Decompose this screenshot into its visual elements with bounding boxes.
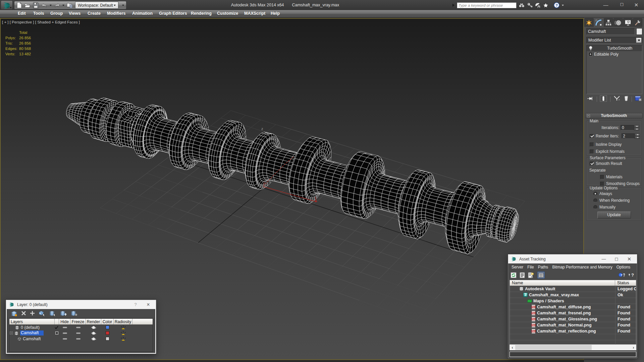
save-file-button[interactable] xyxy=(33,2,39,9)
search-input[interactable] xyxy=(457,2,517,8)
materials-checkbox[interactable] xyxy=(600,175,604,179)
freeze-toggle[interactable] xyxy=(76,327,80,328)
asset-row-maps[interactable]: Maps / Shaders xyxy=(510,298,636,304)
refresh-button[interactable] xyxy=(511,272,517,278)
stack-item-turbosmooth[interactable]: TurboSmooth xyxy=(587,46,642,51)
asset-menu-file[interactable]: File xyxy=(527,265,534,269)
add-selection-to-layer-button[interactable] xyxy=(60,310,67,316)
search-expand-arrow[interactable] xyxy=(452,3,455,7)
redo-button[interactable] xyxy=(54,2,60,9)
layer-dialog-titlebar[interactable]: Layer: 0 (default) ? × xyxy=(6,300,156,309)
manually-radio[interactable] xyxy=(593,205,597,209)
table-view-button-selected[interactable] xyxy=(537,272,545,279)
asset-row-maxfile[interactable]: 3 Camshaft_max_vray.max Ok xyxy=(510,292,636,298)
layer-properties-button[interactable] xyxy=(71,310,78,316)
col-freeze[interactable]: Freeze xyxy=(70,319,86,324)
asset-menu-options[interactable]: Options xyxy=(616,265,630,269)
render-iters-field[interactable]: 2 xyxy=(622,133,635,139)
menu-group[interactable]: Group xyxy=(50,11,63,16)
freeze-toggle[interactable] xyxy=(76,338,80,340)
show-end-result-button[interactable] xyxy=(600,95,607,103)
object-color-swatch[interactable] xyxy=(106,337,109,341)
tab-hierarchy[interactable] xyxy=(604,18,613,27)
col-layers[interactable]: Layers xyxy=(9,319,55,324)
hide-toggle[interactable] xyxy=(63,333,67,334)
asset-col-name[interactable]: Name xyxy=(510,280,615,286)
asset-row-diffuse[interactable]: PNG Camshaft_mat_diffuse.png Found xyxy=(510,304,636,310)
asset-close-button[interactable]: ✕ xyxy=(624,256,634,262)
menu-maxscript[interactable]: MAXScript xyxy=(244,11,265,16)
hide-toggle[interactable] xyxy=(63,338,67,340)
update-button[interactable]: Update xyxy=(597,212,631,219)
render-iters-checkbox[interactable] xyxy=(590,134,594,138)
qat-customize-arrow[interactable] xyxy=(122,5,124,6)
communication-center-icon[interactable] xyxy=(535,2,541,8)
col-radiosity[interactable]: Radiosity xyxy=(114,319,132,324)
configure-modifier-sets-button[interactable] xyxy=(635,96,642,103)
scroll-left-arrow[interactable]: ‹ xyxy=(509,345,515,350)
asset-menu-bitmap-performance[interactable]: Bitmap Performance and Memory xyxy=(552,265,612,269)
freeze-toggle[interactable] xyxy=(76,333,80,334)
favorites-star-icon[interactable] xyxy=(543,2,549,8)
list-view-button[interactable] xyxy=(520,272,525,278)
tab-utilities[interactable] xyxy=(633,18,642,27)
asset-row-glossines[interactable]: PNG Camshaft_mat_Glossines.png Found xyxy=(510,316,636,322)
menu-edit[interactable]: Edit xyxy=(18,11,26,16)
col-color[interactable]: Color xyxy=(101,319,114,324)
smooth-result-checkbox[interactable] xyxy=(590,162,594,166)
asset-hscrollbar[interactable]: ‹ › xyxy=(509,345,636,350)
menu-help[interactable]: Help xyxy=(271,11,280,16)
scroll-right-arrow[interactable]: › xyxy=(631,345,636,350)
redo-list-arrow[interactable] xyxy=(62,5,64,6)
current-layer-box[interactable] xyxy=(55,331,58,335)
asset-titlebar[interactable]: Asset Tracking — ◻ ✕ xyxy=(508,254,637,263)
asset-maximize-button[interactable]: ◻ xyxy=(611,256,622,261)
modifier-list-dropdown[interactable]: Modifier List xyxy=(586,37,642,44)
project-folder-button[interactable] xyxy=(67,2,73,9)
tab-create[interactable] xyxy=(584,18,594,27)
menu-graph-editors[interactable]: Graph Editors xyxy=(159,11,187,16)
collapse-minus-icon[interactable] xyxy=(10,331,13,335)
sign-in-key-icon[interactable] xyxy=(527,2,533,8)
delete-layer-button[interactable] xyxy=(21,311,26,316)
search-binoculars-icon[interactable] xyxy=(519,2,525,8)
layer-color-swatch[interactable] xyxy=(106,331,109,335)
maximize-button[interactable]: ◻ xyxy=(618,2,626,7)
layer-close-button[interactable]: × xyxy=(143,302,153,308)
layer-row-camshaft-object[interactable]: Camshaft xyxy=(9,336,153,342)
render-iters-spinner[interactable] xyxy=(635,133,640,139)
pin-stack-button[interactable] xyxy=(587,96,594,103)
remove-modifier-button[interactable] xyxy=(624,96,629,103)
menu-tools[interactable]: Tools xyxy=(33,11,44,16)
render-teapot-icon[interactable] xyxy=(91,337,96,341)
help-menu-arrow[interactable] xyxy=(562,5,564,6)
object-color-swatch[interactable] xyxy=(636,28,642,35)
details-view-button[interactable] xyxy=(528,272,534,278)
layer-color-swatch[interactable] xyxy=(106,325,109,329)
object-name-field[interactable]: Camshaft xyxy=(586,28,635,35)
open-file-button[interactable] xyxy=(24,2,31,9)
isoline-display-checkbox[interactable] xyxy=(590,142,594,147)
select-objects-in-layer-button[interactable] xyxy=(39,310,46,316)
create-layer-button[interactable] xyxy=(11,310,17,316)
smoothing-groups-checkbox[interactable] xyxy=(600,182,604,186)
tab-display[interactable] xyxy=(623,18,633,27)
menu-customize[interactable]: Customize xyxy=(217,11,238,16)
close-button[interactable]: ✕ xyxy=(632,2,641,8)
always-radio[interactable] xyxy=(593,192,597,196)
help-icon[interactable]: ? xyxy=(553,2,560,8)
asset-row-fresnel[interactable]: PNG Camshaft_mat_fresnel.png Found xyxy=(510,310,636,316)
stack-item-editable-poly[interactable]: Editable Poly xyxy=(587,51,642,57)
lightbulb-icon[interactable] xyxy=(589,46,593,51)
iterations-field[interactable]: 0 xyxy=(621,125,634,130)
asset-row-normal[interactable]: PNG Camshaft_mat_Normal.png Found xyxy=(510,322,636,328)
menu-rendering[interactable]: Rendering xyxy=(191,11,212,16)
expand-plus-icon[interactable] xyxy=(589,52,592,56)
layer-help-button[interactable]: ? xyxy=(130,302,141,307)
scroll-thumb[interactable] xyxy=(515,345,592,350)
render-teapot-icon[interactable] xyxy=(91,331,96,335)
radiosity-icon[interactable] xyxy=(120,331,126,335)
layer-row-camshaft[interactable]: Camshaft xyxy=(9,330,153,336)
modifier-list-arrow[interactable] xyxy=(636,38,642,43)
add-to-layer-button[interactable] xyxy=(30,311,35,316)
